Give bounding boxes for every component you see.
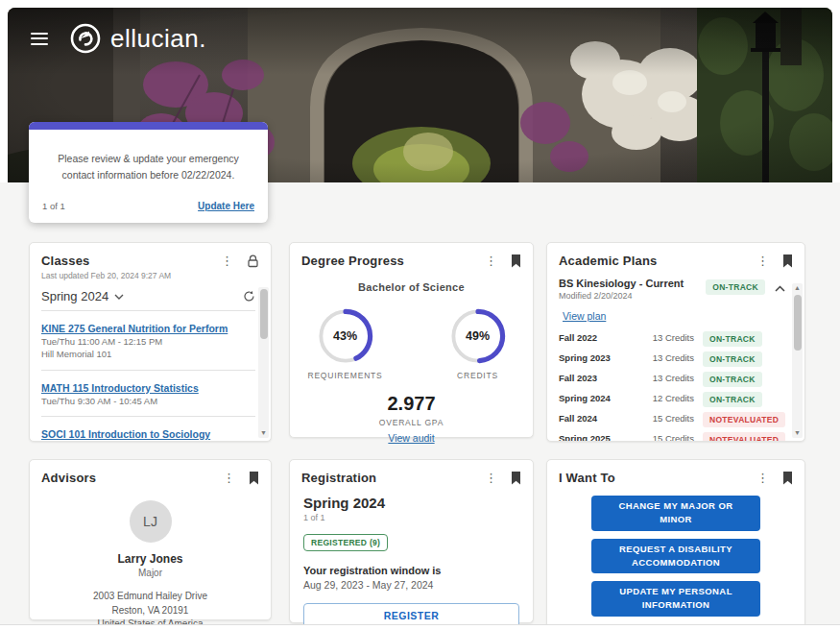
plan-credits: 13 Credits [640, 332, 694, 343]
registration-window-dates: Aug 29, 2023 - May 27, 2024 [303, 579, 519, 591]
term-dropdown[interactable]: Spring 2024 [41, 289, 124, 303]
plan-term: Spring 2023 [559, 352, 640, 363]
scroll-down-icon[interactable]: ▼ [792, 428, 803, 438]
plan-term-row: Fall 2022 13 Credits ON-TRACK [559, 327, 785, 348]
update-personal-information-button[interactable]: UPDATE MY PERSONAL INFORMATION [591, 581, 760, 617]
notification-accent-bar [29, 122, 268, 130]
course-link[interactable]: KINE 275 General Nutrition for Perform [41, 323, 228, 334]
plan-credits: 13 Credits [640, 352, 694, 363]
change-major-button[interactable]: CHANGE MY MAJOR OR MINOR [591, 496, 760, 531]
plan-term-status-badge: ON-TRACK [703, 392, 762, 407]
divider [41, 416, 255, 417]
requirements-percent: 43% [318, 308, 373, 364]
lock-icon [247, 254, 259, 268]
notification-message: Please review & update your emergency co… [42, 151, 254, 183]
bookmark-icon[interactable] [511, 472, 521, 485]
scrollbar-thumb[interactable] [260, 289, 268, 339]
credits-percent: 49% [450, 308, 506, 364]
advisor-address-line2: Reston, VA 20191 [93, 604, 207, 618]
scrollbar-thumb[interactable] [794, 295, 802, 351]
advisors-card: Advisors ⋮ LJ Larry Jones Major 2003 Edm… [29, 459, 272, 620]
plan-terms-table: Fall 2022 13 Credits ON-TRACK Spring 202… [559, 327, 785, 442]
view-audit-link[interactable]: View audit [388, 432, 434, 444]
request-disability-accommodation-button[interactable]: REQUEST A DISABILITY ACCOMMODATION [591, 539, 760, 574]
plan-status-badge: ON-TRACK [706, 279, 765, 295]
plans-kebab-menu-icon[interactable]: ⋮ [755, 254, 771, 267]
advisors-kebab-menu-icon[interactable]: ⋮ [221, 472, 237, 484]
plan-term-status-badge: NOTEVALUATED [703, 432, 785, 442]
plan-term-row: Fall 2024 15 Credits NOTEVALUATED [559, 408, 785, 428]
course-item: KINE 275 General Nutrition for Perform T… [41, 318, 255, 363]
plan-term: Fall 2024 [559, 413, 640, 424]
plan-term-status-badge: ON-TRACK [703, 331, 762, 347]
academic-plans-card-title: Academic Plans [559, 254, 658, 268]
bookmark-icon[interactable] [249, 472, 259, 485]
collapse-chevron-up-icon[interactable] [775, 280, 785, 295]
plan-term-row: Spring 2025 15 Credits NOTEVALUATED [559, 428, 785, 442]
registration-kebab-menu-icon[interactable]: ⋮ [483, 472, 499, 484]
plan-name: BS Kinesiology - Current [559, 278, 684, 289]
degree-progress-card: Degree Progress ⋮ Bachelor of Science [289, 242, 534, 438]
degree-progress-card-title: Degree Progress [301, 254, 404, 268]
scroll-up-icon[interactable]: ▲ [792, 283, 803, 293]
plan-term: Spring 2025 [559, 433, 640, 442]
classes-kebab-menu-icon[interactable]: ⋮ [219, 254, 235, 267]
registration-pagination: 1 of 1 [303, 513, 519, 522]
brand-logo[interactable]: ellucian. [69, 22, 206, 55]
i-want-to-card: I Want To ⋮ CHANGE MY MAJOR OR MINOR REQ… [546, 459, 805, 628]
credits-donut: 49% CREDITS [435, 308, 521, 380]
bookmark-icon[interactable] [511, 254, 521, 268]
advisor-address-line1: 2003 Edmund Hailey Drive [93, 590, 207, 604]
advisors-card-title: Advisors [41, 471, 96, 485]
iwantto-kebab-menu-icon[interactable]: ⋮ [755, 472, 771, 484]
advisor-role: Major [138, 568, 162, 578]
gpa-label: OVERALL GPA [379, 418, 444, 427]
classes-last-updated: Last updated Feb 20, 2024 9:27 AM [41, 271, 255, 280]
chevron-down-icon [114, 294, 124, 300]
refresh-icon[interactable] [243, 290, 255, 303]
notification-pagination: 1 of 1 [42, 201, 65, 211]
divider [41, 370, 255, 371]
degree-kebab-menu-icon[interactable]: ⋮ [483, 254, 499, 267]
view-plan-link[interactable]: View plan [563, 310, 606, 322]
plan-term-row: Spring 2024 12 Credits ON-TRACK [559, 388, 785, 408]
term-dropdown-value: Spring 2024 [41, 289, 108, 303]
scroll-down-icon[interactable]: ▼ [258, 428, 269, 438]
advisor-initials: LJ [143, 514, 157, 529]
requirements-label: REQUIREMENTS [307, 371, 382, 380]
plans-scrollbar[interactable]: ▲ ▼ [792, 283, 803, 438]
plan-modified-date: Modified 2/20/2024 [559, 291, 684, 301]
window-bottom-edge [0, 624, 840, 630]
plan-term: Fall 2022 [559, 332, 640, 343]
top-navigation-bar: ellucian. [8, 8, 832, 69]
course-time: Tue/Thu 9:30 AM - 10:45 AM [41, 396, 255, 408]
course-item: MATH 115 Introductory Statistics Tue/Thu… [41, 377, 255, 410]
bookmark-icon[interactable] [782, 254, 793, 268]
plan-credits: 12 Credits [640, 393, 694, 403]
brand-name: ellucian. [110, 24, 206, 54]
hamburger-menu-icon[interactable] [31, 33, 48, 45]
plan-term: Spring 2024 [559, 393, 640, 403]
classes-card-title: Classes [41, 254, 90, 268]
page: ellucian. Please review & update your em… [0, 0, 840, 630]
divider [41, 310, 255, 311]
course-link[interactable]: MATH 115 Introductory Statistics [41, 382, 199, 394]
registration-card-title: Registration [301, 471, 376, 485]
ellucian-logo-icon [69, 22, 102, 55]
plan-term-row: Fall 2023 13 Credits ON-TRACK [559, 368, 785, 388]
classes-scrollbar[interactable]: ▼ [258, 287, 269, 438]
gpa-value: 2.977 [387, 393, 435, 415]
advisor-name: Larry Jones [117, 552, 182, 566]
course-time: Tue/Thu 11:00 AM - 12:15 PM [41, 336, 255, 349]
bookmark-icon[interactable] [782, 472, 793, 485]
registered-badge: REGISTERED (9) [303, 534, 388, 551]
plan-term-status-badge: NOTEVALUATED [703, 412, 785, 427]
registration-window-label: Your registration window is [303, 565, 519, 576]
registration-card: Registration ⋮ Spring 2024 1 of 1 REGIST… [289, 459, 534, 623]
course-link[interactable]: SOCI 101 Introduction to Sociology [41, 428, 210, 440]
course-location: Hill Memorial 101 [41, 349, 255, 361]
classes-card: Classes ⋮ Last updated Feb 20, 2024 9:27… [29, 242, 272, 442]
update-here-link[interactable]: Update Here [198, 201, 254, 211]
plan-term-status-badge: ON-TRACK [703, 351, 762, 367]
degree-program-name: Bachelor of Science [358, 281, 465, 293]
